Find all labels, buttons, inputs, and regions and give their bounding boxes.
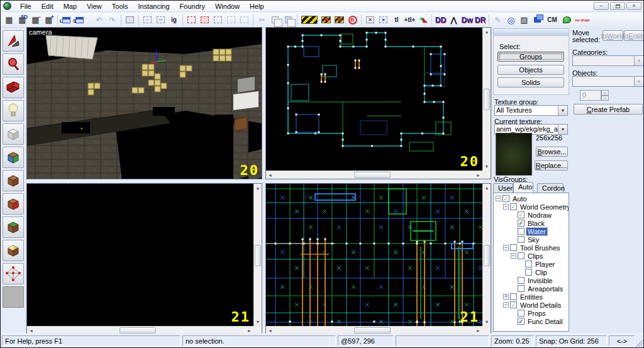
visgroup-checkbox[interactable]: ✓	[502, 195, 509, 202]
pointfile-button[interactable]: ✎	[491, 13, 504, 26]
categories-combo[interactable]: ▼	[572, 55, 644, 66]
visgroup-label[interactable]: Clip	[534, 269, 548, 276]
replace-button[interactable]: Replace...	[535, 160, 568, 171]
scroll-left-icon[interactable]: ◄	[266, 328, 274, 333]
horizontal-scrollbar[interactable]: ◄►	[27, 326, 253, 334]
visgroup-label[interactable]: World Geometry	[519, 203, 569, 211]
cordon-edit-button[interactable]	[319, 13, 333, 26]
visgroup-checkbox[interactable]	[518, 252, 525, 259]
display-wireframe-button[interactable]: Dw	[460, 13, 474, 26]
scroll-down-icon[interactable]: ▼	[485, 318, 489, 326]
visgroup-checkbox[interactable]	[518, 236, 525, 243]
scroll-down-icon[interactable]: ▼	[485, 162, 489, 171]
tab-auto[interactable]: Auto	[513, 182, 533, 193]
smaller-grid-button[interactable]: ▦−	[29, 13, 42, 26]
visgroup-label[interactable]: Props	[526, 310, 547, 317]
vertical-scrollbar[interactable]: ▲▼	[482, 184, 491, 326]
restore-button[interactable]	[610, 2, 625, 10]
visgroup-label[interactable]: Auto	[511, 195, 528, 203]
browse-button[interactable]: Browse...	[536, 147, 568, 157]
cascade-windows-button[interactable]	[531, 13, 544, 26]
select-groups-button[interactable]: Groups	[497, 52, 564, 62]
selection-tool-button[interactable]	[3, 30, 24, 52]
scroll-left-icon[interactable]: ◄	[266, 173, 274, 177]
menu-item-help[interactable]: Help	[245, 2, 269, 11]
resize-grip[interactable]	[634, 338, 643, 347]
scrollbar-track[interactable]	[483, 192, 491, 318]
visgroup-checkbox[interactable]	[510, 293, 517, 300]
texture-scale-lock-button[interactable]: +tl+	[403, 13, 416, 26]
texture-lock-button[interactable]: tl	[390, 13, 403, 26]
tree-row-sky[interactable]: Sky	[494, 235, 569, 244]
scrollbar-track[interactable]	[35, 327, 245, 334]
visgroup-checkbox[interactable]	[525, 269, 532, 276]
close-button[interactable]: ×	[626, 2, 641, 10]
hide-all-button[interactable]	[225, 13, 238, 26]
tree-row-nodraw[interactable]: ✓Nodraw	[494, 211, 569, 219]
scroll-right-icon[interactable]: ►	[474, 173, 482, 177]
save-window-state-button[interactable]: S	[73, 13, 86, 26]
tree-row-water[interactable]: Water	[494, 227, 569, 235]
measure-tool-button[interactable]: ⋀	[447, 13, 460, 26]
visgroups-tree[interactable]: −✓Auto−✓World Geometry✓Nodraw✓BlackWater…	[493, 193, 569, 332]
scrollbar-thumb[interactable]	[119, 327, 156, 334]
angle-spinner-field[interactable]: 0	[580, 90, 601, 101]
vertex-tool-button[interactable]	[3, 263, 24, 284]
scrollbar-thumb[interactable]	[484, 245, 490, 266]
color-mode-button[interactable]: CM	[544, 13, 560, 26]
spin-up-icon[interactable]: ▲	[601, 90, 609, 96]
vertical-scrollbar[interactable]: ▲▼	[482, 28, 491, 171]
tree-row-func-detail[interactable]: ✓Func Detail	[494, 317, 569, 325]
objects-combo[interactable]: ▼	[572, 76, 644, 87]
horizontal-scrollbar[interactable]: ◄►	[266, 326, 482, 334]
visgroup-label[interactable]: Areaportals	[526, 285, 564, 293]
menu-item-tools[interactable]: Tools	[107, 2, 133, 11]
tree-row-player[interactable]: Player	[494, 260, 569, 268]
visgroup-label[interactable]: Black	[526, 220, 546, 227]
scrollbar-thumb[interactable]	[354, 172, 391, 178]
to-entity-button[interactable]: toEntity	[624, 30, 644, 41]
visgroup-checkbox[interactable]: ✓	[510, 301, 517, 308]
scroll-up-icon[interactable]: ▲	[485, 28, 489, 36]
visgroup-checkbox[interactable]	[518, 228, 525, 235]
block-tool-button[interactable]	[3, 123, 24, 145]
no-draw-button[interactable]: no draw	[574, 13, 591, 26]
chevron-down-icon[interactable]: ▼	[634, 56, 643, 65]
tree-row-clips[interactable]: −Clips	[494, 252, 569, 260]
cordon-toggle-button[interactable]	[299, 13, 319, 26]
auto-selection-button[interactable]: ➤	[377, 13, 390, 26]
visgroup-label[interactable]: Sky	[526, 236, 540, 244]
hide-unselected-button[interactable]	[198, 13, 211, 26]
display-dotted-button[interactable]: DD	[434, 13, 447, 26]
dock-grip[interactable]	[493, 28, 569, 35]
model-render-button[interactable]	[560, 13, 574, 26]
menu-item-edit[interactable]: Edit	[36, 2, 58, 11]
spin-down-icon[interactable]: ▼	[601, 96, 609, 101]
larger-grid-button[interactable]: ▦+	[42, 13, 55, 26]
scrollbar-track[interactable]	[274, 171, 474, 179]
tree-row-auto[interactable]: −✓Auto	[494, 194, 569, 203]
viewport-2d-top[interactable]: 20 ◄► ▲▼	[265, 27, 491, 179]
visgroup-checkbox[interactable]	[518, 285, 525, 292]
menu-item-map[interactable]: Map	[58, 2, 82, 11]
scrollbar-thumb[interactable]	[354, 327, 391, 334]
blank-tool-button[interactable]	[3, 286, 24, 308]
create-prefab-button[interactable]: Create Prefab	[574, 104, 643, 115]
scroll-right-icon[interactable]: ►	[245, 328, 253, 333]
viewport-2d-side[interactable]: 21 ◄► ▲▼	[265, 183, 491, 335]
select-solids-button[interactable]: Solids	[497, 77, 564, 87]
scrollbar-track[interactable]	[483, 36, 491, 162]
paste-button[interactable]	[282, 13, 295, 26]
visgroup-label[interactable]: Clips	[526, 252, 544, 260]
to-world-button[interactable]: toWorld	[602, 30, 623, 41]
cut-button[interactable]: ✂	[255, 13, 269, 26]
collapse-icon[interactable]: −	[503, 302, 509, 308]
tree-row-tool-brushes[interactable]: −Tool Brushes	[494, 244, 569, 252]
scrollbar-track[interactable]	[274, 327, 474, 334]
scroll-right-icon[interactable]: ►	[474, 328, 482, 333]
collapse-icon[interactable]: −	[503, 204, 509, 210]
scroll-left-icon[interactable]: ◄	[27, 328, 35, 333]
tree-row-invisible[interactable]: Invisible	[494, 276, 569, 284]
chevron-down-icon[interactable]: ▼	[634, 77, 643, 86]
scroll-down-icon[interactable]: ▼	[256, 318, 260, 326]
